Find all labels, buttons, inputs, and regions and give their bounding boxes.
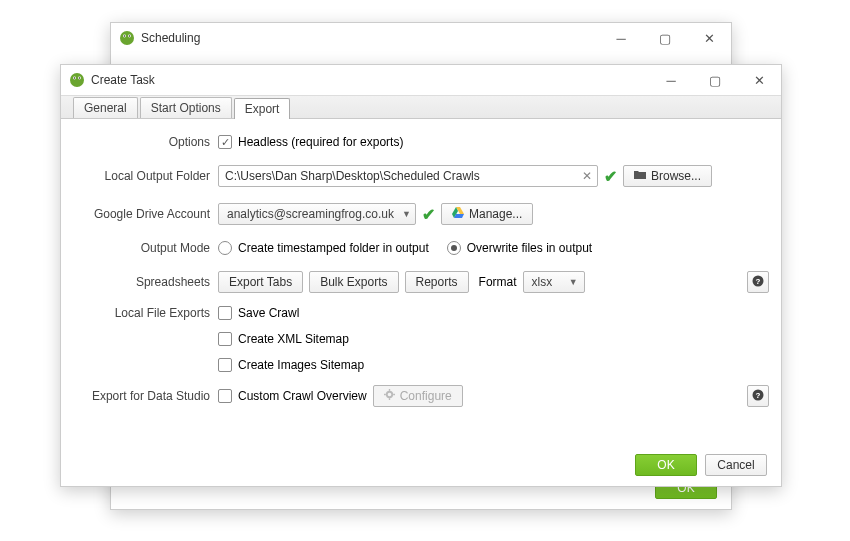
folder-valid-icon: ✔ — [604, 167, 617, 186]
svg-text:?: ? — [756, 391, 761, 400]
local-output-folder-input[interactable] — [218, 165, 598, 187]
create-images-sitemap-label: Create Images Sitemap — [238, 358, 364, 372]
help-icon: ? — [752, 275, 764, 290]
frog-icon — [119, 30, 135, 46]
format-selected: xlsx — [532, 275, 553, 289]
reports-button[interactable]: Reports — [405, 271, 469, 293]
front-titlebar: Create Task ─ ▢ ✕ — [61, 65, 781, 95]
headless-checkbox-label: Headless (required for exports) — [238, 135, 403, 149]
drive-valid-icon: ✔ — [422, 205, 435, 224]
back-close-button[interactable]: ✕ — [687, 23, 731, 53]
bulk-exports-button[interactable]: Bulk Exports — [309, 271, 398, 293]
create-xml-sitemap-label: Create XML Sitemap — [238, 332, 349, 346]
create-task-window: Create Task ─ ▢ ✕ General Start Options … — [60, 64, 782, 487]
create-images-sitemap-checkbox[interactable] — [218, 358, 232, 372]
label-local-output-folder: Local Output Folder — [73, 169, 218, 183]
google-drive-icon — [452, 207, 464, 221]
back-titlebar: Scheduling ─ ▢ ✕ — [111, 23, 731, 53]
label-google-drive-account: Google Drive Account — [73, 207, 218, 221]
label-output-mode: Output Mode — [73, 241, 218, 255]
svg-point-9 — [79, 77, 80, 78]
svg-point-4 — [129, 35, 130, 36]
tab-export[interactable]: Export — [234, 98, 291, 119]
export-tabs-button[interactable]: Export Tabs — [218, 271, 303, 293]
tab-start-options[interactable]: Start Options — [140, 97, 232, 118]
custom-crawl-overview-checkbox[interactable] — [218, 389, 232, 403]
create-xml-sitemap-checkbox[interactable] — [218, 332, 232, 346]
label-local-file-exports: Local File Exports — [73, 301, 218, 320]
front-minimize-button[interactable]: ─ — [649, 65, 693, 95]
tab-general[interactable]: General — [73, 97, 138, 118]
export-tab-content: Options Headless (required for exports) … — [61, 119, 781, 425]
frog-icon — [69, 72, 85, 88]
configure-button[interactable]: Configure — [373, 385, 463, 407]
radio-overwrite-files[interactable] — [447, 241, 461, 255]
radio-timestamped-label: Create timestamped folder in output — [238, 241, 429, 255]
svg-point-5 — [70, 73, 84, 87]
front-close-button[interactable]: ✕ — [737, 65, 781, 95]
radio-timestamped-folder[interactable] — [218, 241, 232, 255]
browse-button[interactable]: Browse... — [623, 165, 712, 187]
back-minimize-button[interactable]: ─ — [599, 23, 643, 53]
format-dropdown[interactable]: xlsx ▼ — [523, 271, 585, 293]
manage-drive-button[interactable]: Manage... — [441, 203, 533, 225]
drive-account-dropdown[interactable]: analytics@screamingfrog.co.uk ▼ — [218, 203, 416, 225]
gear-icon — [384, 389, 395, 403]
format-label: Format — [479, 275, 517, 289]
svg-text:?: ? — [756, 277, 761, 286]
save-crawl-checkbox[interactable] — [218, 306, 232, 320]
radio-overwrite-label: Overwrite files in output — [467, 241, 592, 255]
clear-output-folder-icon[interactable]: ✕ — [582, 169, 592, 183]
cancel-button[interactable]: Cancel — [705, 454, 767, 476]
back-window-title: Scheduling — [141, 31, 599, 45]
manage-drive-label: Manage... — [469, 207, 522, 221]
spreadsheets-help-button[interactable]: ? — [747, 271, 769, 293]
back-maximize-button[interactable]: ▢ — [643, 23, 687, 53]
svg-point-0 — [120, 31, 134, 45]
front-window-title: Create Task — [91, 73, 649, 87]
svg-point-15 — [386, 392, 392, 398]
svg-point-3 — [124, 35, 125, 36]
headless-checkbox[interactable] — [218, 135, 232, 149]
label-export-data-studio: Export for Data Studio — [73, 389, 218, 403]
drive-account-selected: analytics@screamingfrog.co.uk — [227, 207, 394, 221]
chevron-down-icon: ▼ — [402, 209, 411, 219]
browse-button-label: Browse... — [651, 169, 701, 183]
label-options: Options — [73, 135, 218, 149]
help-icon: ? — [752, 389, 764, 404]
configure-label: Configure — [400, 389, 452, 403]
data-studio-help-button[interactable]: ? — [747, 385, 769, 407]
folder-icon — [634, 169, 646, 183]
svg-point-8 — [74, 77, 75, 78]
ok-button[interactable]: OK — [635, 454, 697, 476]
tab-bar: General Start Options Export — [61, 95, 781, 119]
chevron-down-icon: ▼ — [569, 277, 578, 287]
save-crawl-label: Save Crawl — [238, 306, 299, 320]
custom-crawl-overview-label: Custom Crawl Overview — [238, 389, 367, 403]
front-maximize-button[interactable]: ▢ — [693, 65, 737, 95]
label-spreadsheets: Spreadsheets — [73, 275, 218, 289]
